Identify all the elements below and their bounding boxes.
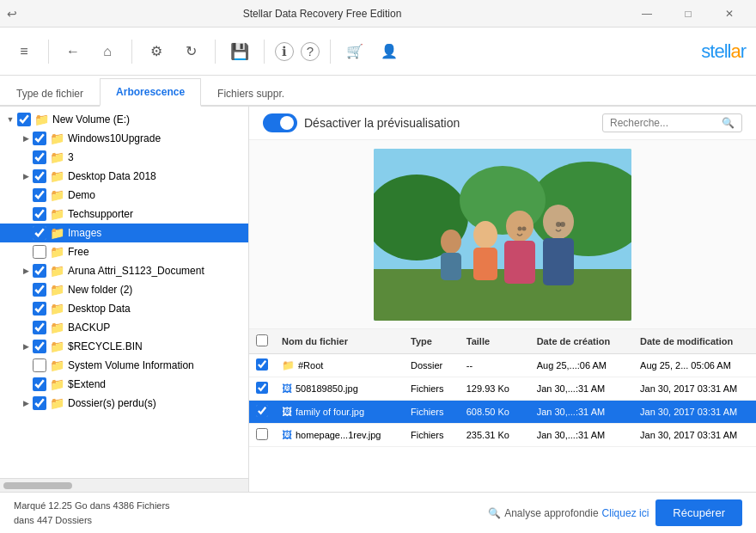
tree-expander[interactable]: ▶: [19, 399, 33, 407]
file-type-icon: 📁: [282, 359, 295, 371]
file-date-modified: Jan 30, 2017 03:31 AM: [633, 401, 756, 424]
maximize-button[interactable]: □: [668, 0, 708, 28]
file-tree: ▼📁New Volume (E:)▶📁Windows10Upgrade📁3▶📁D…: [0, 107, 248, 478]
preview-toggle-switch[interactable]: [263, 113, 297, 132]
tab-deleted[interactable]: Fichiers suppr.: [201, 80, 301, 107]
right-panel: Désactiver la prévisualisation 🔍: [249, 107, 756, 492]
tree-item-label: Aruna Attri_S1123_Document: [68, 265, 204, 277]
tree-item-checkbox[interactable]: [33, 132, 46, 145]
tree-item[interactable]: ▶📁Aruna Attri_S1123_Document: [0, 261, 248, 280]
menu-icon[interactable]: ≡: [10, 38, 38, 65]
tree-expander[interactable]: ▶: [19, 134, 33, 143]
toolbar: ≡ ← ⌂ ⚙ ↻ 💾 ℹ ? 🛒 👤 stellar: [0, 28, 756, 76]
back-icon[interactable]: ←: [59, 38, 87, 65]
tree-item[interactable]: ▶📁$RECYCLE.BIN: [0, 337, 248, 356]
tree-item[interactable]: ▼📁New Volume (E:): [0, 110, 248, 129]
tree-item[interactable]: 📁Desktop Data: [0, 299, 248, 318]
status-line-2: dans 447 Dossiers: [14, 513, 170, 528]
tree-item-checkbox[interactable]: [33, 188, 46, 202]
svg-point-16: [522, 226, 527, 230]
search-container: 🔍: [602, 113, 742, 132]
col-header-type: Type: [404, 329, 460, 354]
svg-point-9: [473, 221, 497, 248]
tree-item-checkbox[interactable]: [33, 321, 46, 334]
tree-item-checkbox[interactable]: [33, 377, 46, 391]
tree-item-checkbox[interactable]: [33, 283, 46, 297]
svg-point-11: [441, 230, 461, 254]
recover-button[interactable]: Récupérer: [655, 499, 742, 526]
tree-item[interactable]: 📁BACKUP: [0, 318, 248, 337]
analysis-search-icon: 🔍: [488, 507, 501, 519]
tree-scrollbar[interactable]: [0, 478, 248, 492]
tree-item-checkbox[interactable]: [33, 396, 46, 410]
table-row[interactable]: 📁#RootDossier--Aug 25,...:06 AMAug 25, 2…: [249, 354, 756, 377]
table-row[interactable]: 🖼homepage...1rev.jpgFichiers235.31 KoJan…: [249, 424, 756, 447]
file-row-checkbox[interactable]: [256, 382, 268, 394]
tree-item[interactable]: 📁Techsupporter: [0, 205, 248, 224]
tree-item[interactable]: 📁Demo: [0, 186, 248, 205]
tree-item-checkbox[interactable]: [33, 302, 46, 316]
tree-item-label: New Volume (E:): [52, 113, 130, 126]
file-row-checkbox[interactable]: [256, 358, 268, 371]
tree-item-label: BACKUP: [68, 322, 110, 334]
tree-item-label: System Volume Information: [68, 359, 194, 371]
file-name: homepage...1rev.jpg: [296, 430, 381, 440]
save-icon[interactable]: 💾: [226, 38, 253, 65]
folder-icon: 📁: [50, 283, 64, 297]
table-row[interactable]: 🖼508189850.jpgFichiers129.93 KoJan 30,..…: [249, 377, 756, 401]
tree-item-checkbox[interactable]: [17, 113, 31, 126]
tree-item-checkbox[interactable]: [33, 226, 46, 240]
tree-expander[interactable]: ▶: [19, 342, 33, 351]
tree-item-checkbox[interactable]: [33, 245, 46, 259]
help-icon[interactable]: ?: [301, 42, 320, 61]
info-icon[interactable]: ℹ: [275, 42, 294, 61]
settings-icon[interactable]: ⚙: [143, 38, 170, 65]
table-row[interactable]: 🖼family of four.jpgFichiers608.50 KoJan …: [249, 401, 756, 424]
statusbar: Marqué 12.25 Go dans 4386 Fichiers dans …: [0, 492, 756, 533]
account-icon[interactable]: 👤: [375, 38, 403, 65]
tree-item[interactable]: 📁$Extend: [0, 375, 248, 394]
tree-item[interactable]: ▶📁Dossier(s) perdu(s): [0, 394, 248, 413]
tree-item-checkbox[interactable]: [33, 264, 46, 278]
tree-item-label: Techsupporter: [68, 208, 133, 220]
tree-item[interactable]: 📁New folder (2): [0, 280, 248, 299]
file-date-created: Jan 30,...:31 AM: [530, 377, 633, 401]
tree-item-checkbox[interactable]: [33, 358, 46, 372]
analysis-link[interactable]: Cliquez ici: [602, 507, 649, 519]
folder-icon: 📁: [50, 150, 64, 164]
tree-item-checkbox[interactable]: [33, 340, 46, 353]
tab-tree[interactable]: Arborescence: [100, 78, 201, 107]
svg-point-14: [560, 222, 565, 227]
file-row-checkbox[interactable]: [256, 428, 268, 440]
window-title: Stellar Data Recovery Free Edition: [17, 8, 627, 20]
tree-item-checkbox[interactable]: [33, 150, 46, 164]
close-button[interactable]: ✕: [710, 0, 749, 28]
tree-item[interactable]: 📁Free: [0, 242, 248, 261]
tree-expander[interactable]: ▼: [3, 115, 17, 124]
file-date-modified: Jan 30, 2017 03:31 AM: [633, 424, 756, 447]
tree-item[interactable]: ▶📁Windows10Upgrade: [0, 129, 248, 148]
tree-item[interactable]: 📁Images: [0, 224, 248, 242]
status-right: 🔍 Analyse approfondie Cliquez ici Récupé…: [488, 499, 742, 526]
tree-item-checkbox[interactable]: [33, 207, 46, 221]
refresh-icon[interactable]: ↻: [177, 38, 204, 65]
file-type: Fichiers: [404, 401, 460, 424]
minimize-button[interactable]: —: [627, 0, 667, 28]
tree-expander[interactable]: ▶: [19, 266, 33, 275]
tree-item-checkbox[interactable]: [33, 169, 46, 183]
file-name: #Root: [298, 360, 323, 371]
tree-item[interactable]: 📁System Volume Information: [0, 356, 248, 375]
tree-item[interactable]: ▶📁Desktop Data 2018: [0, 167, 248, 186]
toolbar-separator-1: [48, 40, 49, 64]
file-row-checkbox[interactable]: [256, 405, 268, 417]
tab-type[interactable]: Type de fichier: [0, 80, 100, 107]
search-input[interactable]: [610, 117, 722, 129]
svg-rect-10: [473, 248, 497, 280]
file-size: 235.31 Ko: [460, 424, 530, 447]
home-icon[interactable]: ⌂: [94, 38, 121, 65]
file-date-created: Aug 25,...:06 AM: [530, 354, 633, 377]
select-all-checkbox[interactable]: [256, 334, 268, 346]
tree-item[interactable]: 📁3: [0, 148, 248, 167]
tree-expander[interactable]: ▶: [19, 172, 33, 181]
cart-icon[interactable]: 🛒: [341, 38, 369, 65]
